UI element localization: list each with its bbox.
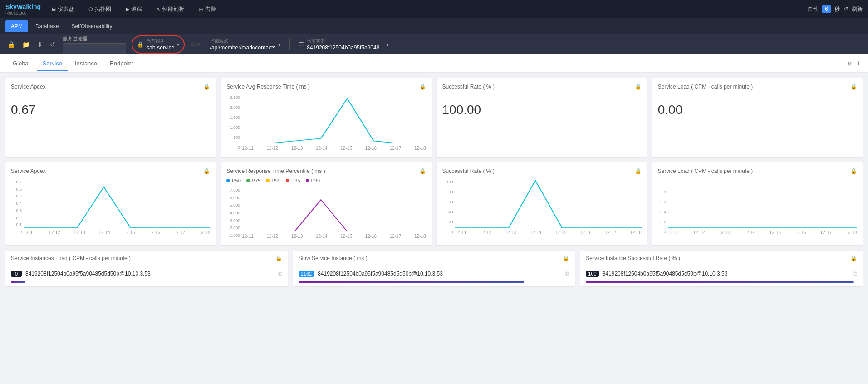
chart-area: 100806040200 12-1112-1212-1312-1412-1512… [442, 178, 642, 236]
card-title-sl2: Service Load ( CPM - calls per minute ) [658, 168, 753, 174]
nav-alarm[interactable]: ◎ 告警 [195, 4, 220, 15]
slow-badge-0: 2162 [299, 271, 314, 277]
current-service-selector[interactable]: 🔒 当前服务 sab-service ▾ [132, 35, 185, 54]
folder-icon[interactable]: 📁 [20, 40, 32, 49]
success-badge-0: 100 [586, 271, 598, 277]
download-icon[interactable]: ⬇ [35, 40, 44, 49]
tab-service[interactable]: Service [37, 56, 68, 71]
card-service-load-1: Service Load ( CPM - calls per minute ) … [652, 78, 863, 157]
nav-dashboard[interactable]: ⊞ 仪表盘 [48, 4, 78, 15]
current-instance-value: 8419208f12504b0a95f5a9048... [307, 44, 384, 51]
current-endpoint-selector[interactable]: 当前端点 /api/member/mark/contacts ▾ [206, 36, 284, 53]
x-axis: 12-1112-1212-1312-1412-1512-1612-1712-18 [242, 145, 426, 152]
tab-database-label: Database [35, 23, 59, 30]
copy-icon-0[interactable]: ⧉ [278, 270, 282, 277]
list-item: 100 8419208f12504b0a95f5a90485d5d50b@10.… [580, 266, 863, 281]
card-service-apdex-2: Service Apdex 🔒 0.70.60.50.40.30.20.10 1… [5, 162, 216, 245]
instance-text-0: 8419208f12504b0a95f5a90485d5d50b@10.10.3… [25, 271, 275, 277]
success-bar-0 [586, 281, 854, 283]
legend-p50: P50 [226, 178, 241, 183]
chart-svg-area: 12-1112-1212-1312-1412-1512-1612-1712-18 [668, 178, 857, 236]
card-lock-icon[interactable]: 🔒 [635, 168, 642, 174]
list-card-header: Slow Service Instance ( ms ) 🔒 [293, 251, 575, 266]
apdex-value: 0.67 [11, 94, 210, 126]
tab-self[interactable]: SelfObservability [66, 20, 118, 32]
card-lock-icon[interactable]: 🔒 [635, 84, 642, 90]
list-title-instances: Service Instances Load ( CPM - calls per… [11, 255, 131, 261]
nav-trace-label: 追踪 [131, 5, 142, 13]
dash-tabs: Global Service Instance Endpoint ⊞ ⬇ [0, 54, 868, 73]
card-lock-icon[interactable]: 🔒 [203, 84, 210, 90]
refresh-icon[interactable]: ↺ [843, 6, 848, 12]
export-icon[interactable]: ⬇ [856, 60, 861, 67]
x-axis: 12-1112-1212-1312-1412-1512-1612-1712-18 [24, 229, 210, 236]
copy-icon-1[interactable]: ⧉ [565, 270, 569, 277]
nav-left: SkyWalking Rocketbot ⊞ 仪表盘 ⬡ 拓扑图 ▶ 追踪 ∿ … [5, 3, 220, 15]
current-service-label: 当前服务 [147, 38, 174, 44]
refresh-filter-icon[interactable]: ↺ [48, 40, 57, 49]
card-header: Service Apdex 🔒 [11, 84, 210, 90]
tab-endpoint[interactable]: Endpoint [104, 56, 138, 71]
instance-bar-0 [11, 281, 25, 283]
apdex-chart [24, 178, 210, 228]
current-instance-label: 当前实例 [307, 38, 384, 44]
tab-instance[interactable]: Instance [69, 56, 103, 71]
tab-self-label: SelfObservability [71, 23, 112, 30]
tab-apm[interactable]: APM [5, 20, 28, 32]
refresh-label[interactable]: 刷新 [852, 5, 863, 13]
service-filter-input[interactable] [63, 43, 126, 54]
percentile-chart [242, 186, 426, 231]
sr-chart [455, 178, 642, 228]
list-card-header: Service Instances Load ( CPM - calls per… [5, 251, 288, 266]
main-content: Service Apdex 🔒 0.67 Service Avg Respons… [0, 73, 868, 297]
instance-badge-0: 0 [11, 271, 22, 277]
divider-1: </> [190, 40, 201, 49]
service-lock-icon: 🔒 [137, 41, 144, 48]
copy-icon-2[interactable]: ⧉ [853, 270, 857, 277]
tab-database[interactable]: Database [30, 20, 64, 32]
card-header: Service Avg Response Time ( ms ) 🔒 [226, 84, 426, 90]
filter-icons: 🔒 📁 ⬇ ↺ [5, 40, 57, 49]
card-title-response: Service Avg Response Time ( ms ) [226, 84, 310, 90]
chart-area: 7,0006,0005,0004,0003,0002,0001,000 12-1… [226, 186, 426, 240]
list-lock-icon[interactable]: 🔒 [275, 255, 282, 261]
nav-profiling[interactable]: ∿ 性能剖析 [153, 4, 188, 15]
apm-bar: APM Database SelfObservability [0, 18, 868, 34]
nav-topology[interactable]: ⬡ 拓扑图 [85, 4, 115, 15]
card-lock-icon[interactable]: 🔒 [850, 168, 857, 174]
divider-line [289, 39, 290, 50]
card-successful-rate-1: Successful Rate ( % ) 🔒 100.00 [437, 78, 647, 157]
card-header: Successful Rate ( % ) 🔒 [442, 84, 642, 90]
logo-sub: Rocketbot [5, 10, 41, 15]
list-title-success-rate: Service Instance Successful Rate ( % ) [586, 255, 680, 261]
card-header: Service Response Time Percentile ( ms ) … [226, 168, 426, 174]
auto-label: 自动 [808, 5, 819, 13]
p75-label: P75 [252, 178, 261, 183]
profiling-icon: ∿ [157, 6, 161, 12]
instance-icon: ☰ [299, 41, 304, 48]
card-lock-icon[interactable]: 🔒 [419, 168, 426, 174]
current-instance-selector[interactable]: ☰ 当前实例 8419208f12504b0a95f5a9048... ▾ [295, 36, 392, 53]
y-axis: 0.70.60.50.40.30.20.10 [11, 178, 22, 236]
slow-bar-0 [299, 281, 524, 283]
list-lock-icon[interactable]: 🔒 [850, 255, 857, 261]
tab-global[interactable]: Global [7, 56, 35, 71]
card-instance-success-rate: Service Instance Successful Rate ( % ) 🔒… [580, 251, 863, 286]
row1: Service Apdex 🔒 0.67 Service Avg Respons… [5, 78, 863, 157]
chart-area: 2,5002,0001,5001,0005000 12-1112-1212-13… [226, 94, 426, 152]
lock-icon[interactable]: 🔒 [5, 40, 17, 49]
card-lock-icon[interactable]: 🔒 [203, 168, 210, 174]
trace-icon: ▶ [126, 6, 129, 12]
current-endpoint-label: 当前端点 [210, 38, 276, 44]
current-service-value: sab-service [147, 44, 174, 51]
card-lock-icon[interactable]: 🔒 [419, 84, 426, 90]
chart-svg-area: 12-1112-1212-1312-1412-1512-1612-1712-18 [24, 178, 210, 236]
card-lock-icon[interactable]: 🔒 [850, 84, 857, 90]
percentile-legend: P50 P75 P90 P95 P99 [226, 178, 426, 183]
card-slow-instance: Slow Service Instance ( ms ) 🔒 2162 8419… [293, 251, 575, 286]
unit-label: 秒 [834, 5, 840, 13]
layout-icon[interactable]: ⊞ [848, 60, 853, 67]
nav-trace[interactable]: ▶ 追踪 [122, 4, 146, 15]
list-lock-icon[interactable]: 🔒 [563, 255, 569, 261]
list-item: 0 8419208f12504b0a95f5a90485d5d50b@10.10… [5, 266, 288, 281]
